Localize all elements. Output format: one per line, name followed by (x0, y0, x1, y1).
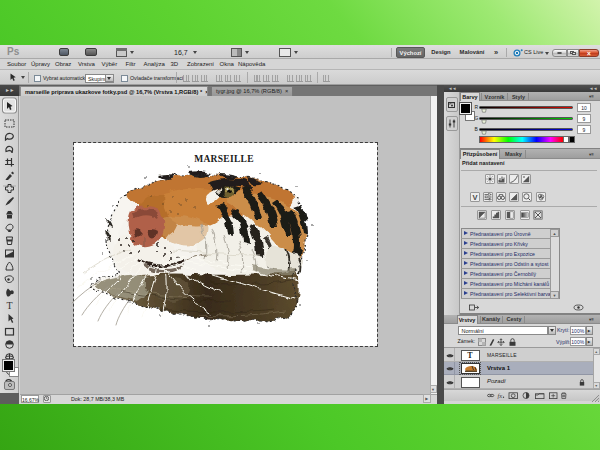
svg-text:V: V (472, 193, 477, 201)
svg-text:fx: fx (498, 392, 503, 399)
svg-text:T: T (6, 300, 12, 311)
